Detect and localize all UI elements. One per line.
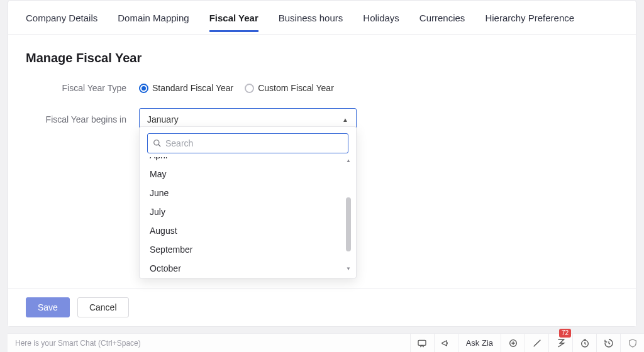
radio-icon xyxy=(139,84,148,93)
search-icon xyxy=(153,139,162,148)
bottom-bar: Here is your Smart Chat (Ctrl+Space) Ask… xyxy=(8,333,644,352)
footer-actions: Save Cancel xyxy=(8,288,636,326)
clock-icon[interactable] xyxy=(572,334,596,352)
tab-domain-mapping[interactable]: Domain Mapping xyxy=(118,3,189,32)
month-select-value: January xyxy=(147,114,179,124)
radio-custom-fiscal[interactable]: Custom Fiscal Year xyxy=(245,83,334,93)
link-icon[interactable] xyxy=(525,334,548,352)
chat-icon[interactable] xyxy=(410,334,434,352)
scrollbar[interactable]: ▲ ▼ xyxy=(346,158,351,272)
radio-label: Standard Fiscal Year xyxy=(152,83,233,93)
option-june[interactable]: June xyxy=(140,184,343,202)
dropdown-search[interactable] xyxy=(147,133,348,153)
history-icon[interactable] xyxy=(596,334,620,352)
svg-rect-2 xyxy=(418,340,426,345)
radio-icon xyxy=(245,84,254,93)
chevron-up-icon: ▲ xyxy=(342,116,348,123)
settings-card: Company Details Domain Mapping Fiscal Ye… xyxy=(8,0,636,327)
options-list: April May June July August September Oct… xyxy=(140,157,352,273)
tab-holidays[interactable]: Holidays xyxy=(363,3,399,32)
svg-point-0 xyxy=(154,140,159,145)
ask-zia-button[interactable]: Ask Zia xyxy=(458,334,501,352)
radio-standard-fiscal[interactable]: Standard Fiscal Year xyxy=(139,83,233,93)
option-september[interactable]: September xyxy=(140,240,343,259)
save-button[interactable]: Save xyxy=(26,297,70,317)
scroll-down-icon[interactable]: ▼ xyxy=(346,267,351,272)
month-dropdown: April May June July August September Oct… xyxy=(139,126,357,278)
sparkle-icon[interactable] xyxy=(501,334,525,352)
scroll-up-icon[interactable]: ▲ xyxy=(346,158,351,163)
tab-fiscal-year[interactable]: Fiscal Year xyxy=(209,3,258,32)
svg-line-1 xyxy=(158,145,161,147)
tab-hierarchy-preference[interactable]: Hierarchy Preference xyxy=(485,3,574,32)
smart-chat-hint[interactable]: Here is your Smart Chat (Ctrl+Space) xyxy=(8,339,141,348)
tab-bar: Company Details Domain Mapping Fiscal Ye… xyxy=(8,1,636,35)
label-fiscal-begins: Fiscal Year begins in xyxy=(26,114,139,124)
option-august[interactable]: August xyxy=(140,221,343,240)
tab-company-details[interactable]: Company Details xyxy=(26,3,97,32)
page-title: Manage Fiscal Year xyxy=(26,51,618,65)
tab-business-hours[interactable]: Business hours xyxy=(279,3,343,32)
tab-currencies[interactable]: Currencies xyxy=(419,3,465,32)
option-may[interactable]: May xyxy=(140,165,343,184)
option-october[interactable]: October xyxy=(140,259,343,273)
radio-group-fiscal-type: Standard Fiscal Year Custom Fiscal Year xyxy=(139,83,334,93)
content-area: Manage Fiscal Year Fiscal Year Type Stan… xyxy=(8,35,636,288)
notification-badge: 72 xyxy=(559,329,571,338)
row-fiscal-type: Fiscal Year Type Standard Fiscal Year Cu… xyxy=(26,83,618,93)
option-july[interactable]: July xyxy=(140,202,343,221)
dropdown-search-input[interactable] xyxy=(165,138,343,148)
shield-icon[interactable] xyxy=(620,334,644,352)
option-april[interactable]: April xyxy=(140,157,343,165)
radio-label: Custom Fiscal Year xyxy=(258,83,334,93)
zia-icon[interactable]: 72 xyxy=(548,334,572,352)
scroll-thumb[interactable] xyxy=(346,197,351,251)
cancel-button[interactable]: Cancel xyxy=(77,297,129,317)
label-fiscal-type: Fiscal Year Type xyxy=(26,83,139,93)
megaphone-icon[interactable] xyxy=(434,334,458,352)
